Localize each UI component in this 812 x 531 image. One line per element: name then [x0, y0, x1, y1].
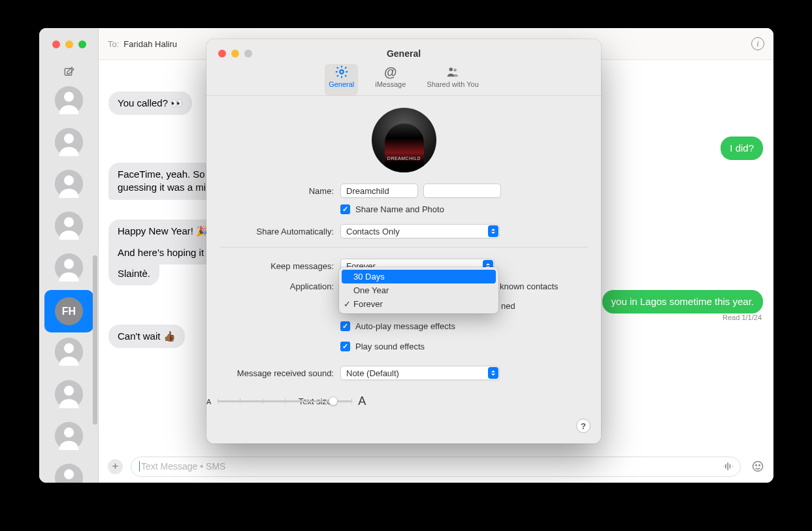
sidebar-scrollbar[interactable] [93, 255, 97, 425]
tab-shared[interactable]: Shared with You [423, 64, 483, 95]
checkbox-icon: ✓ [340, 204, 350, 214]
tab-imessage[interactable]: @ iMessage [371, 64, 410, 95]
svg-point-12 [64, 344, 74, 353]
checkbox-icon: ✓ [340, 321, 350, 331]
name-row: Name: Dreamchild [206, 184, 601, 198]
keep-messages-label: Keep messages: [206, 261, 340, 271]
sound-label: Message received sound: [206, 368, 340, 378]
svg-point-24 [453, 69, 457, 72]
big-a: A [358, 394, 366, 408]
app-text-partial: known contacts [500, 282, 559, 291]
app-text-partial: ned [501, 301, 515, 311]
share-auto-row: Share Automatically: Contacts Only [206, 224, 601, 238]
contact-avatar[interactable] [55, 338, 83, 366]
svg-point-6 [64, 176, 74, 185]
recipient-name[interactable]: Faridah Haliru [123, 39, 177, 49]
first-name-input[interactable]: Dreamchild [340, 184, 418, 198]
prefs-title: General [206, 48, 601, 59]
read-receipt: Read 1/1/24 [723, 314, 762, 321]
checkbox-icon: ✓ [340, 342, 350, 351]
message-in: FaceTime, yeah. Soguessing it was a mi [108, 163, 215, 200]
shared-icon [446, 65, 460, 79]
message-in: Can't wait 👍🏾 [108, 325, 185, 348]
compose-row: + Text Message • SMS [99, 450, 773, 483]
svg-point-10 [64, 259, 74, 269]
sound-effects-row[interactable]: ✓ Play sound effects [206, 342, 425, 351]
svg-point-4 [64, 134, 74, 144]
window-controls [52, 40, 86, 48]
tab-label: Shared with You [427, 80, 479, 88]
svg-point-18 [64, 470, 74, 479]
keep-messages-dropdown: 30 Days One Year ✓Forever [339, 267, 498, 314]
to-label: To: [108, 39, 119, 49]
preferences-window: General General @ iMessage Shared with Y… [206, 39, 601, 443]
svg-point-14 [64, 386, 74, 396]
chevron-updown-icon [488, 225, 498, 237]
svg-point-20 [756, 465, 757, 466]
check-icon: ✓ [344, 299, 351, 309]
share-name-row[interactable]: ✓ Share Name and Photo [206, 204, 444, 214]
svg-point-8 [64, 217, 74, 227]
last-name-input[interactable] [423, 184, 501, 198]
tab-general[interactable]: General [325, 64, 358, 95]
help-button[interactable]: ? [576, 419, 591, 433]
sound-select[interactable]: Note (Default) [340, 366, 500, 380]
contact-initials: FH [55, 297, 83, 325]
message-out: I did? [721, 137, 763, 160]
message-in: You called? 👀 [108, 91, 192, 115]
message-in: Happy New Year! 🎉 [108, 219, 218, 243]
divider [219, 247, 588, 248]
emoji-icon[interactable] [751, 460, 764, 473]
contact-avatar[interactable] [55, 253, 83, 282]
name-label: Name: [206, 186, 340, 196]
svg-point-16 [64, 428, 74, 438]
svg-point-2 [64, 92, 74, 102]
message-out: you in Lagos sometime this year. [602, 290, 763, 314]
sound-effects-label: Play sound effects [355, 342, 425, 351]
textsize-slider[interactable]: A A [206, 394, 366, 408]
contact-avatar[interactable] [55, 86, 83, 114]
message-in: And here's hoping it [108, 241, 213, 265]
contact-avatar[interactable] [55, 212, 83, 240]
textsize-row: Text size: A A [206, 396, 601, 406]
application-label: Application: [206, 282, 340, 291]
tab-label: iMessage [375, 80, 406, 88]
info-icon[interactable]: i [751, 37, 764, 50]
svg-point-22 [340, 70, 344, 74]
gear-icon [334, 65, 349, 79]
slider-knob[interactable] [329, 396, 338, 406]
message-in: Slaintè. [108, 262, 159, 285]
svg-point-19 [753, 462, 763, 472]
profile-avatar[interactable]: DREAMCHILD [372, 108, 436, 172]
svg-point-21 [759, 465, 760, 466]
share-name-label: Share Name and Photo [355, 204, 444, 214]
minimize-button[interactable] [65, 40, 73, 48]
autoplay-label: Auto-play message effects [355, 321, 455, 331]
share-auto-select[interactable]: Contacts Only [340, 224, 500, 238]
dropdown-item-forever[interactable]: ✓Forever [339, 297, 498, 311]
tab-label: General [329, 80, 354, 88]
contact-avatar[interactable] [55, 380, 83, 408]
sidebar: FH [39, 28, 99, 483]
contact-avatar[interactable] [55, 170, 83, 198]
prefs-tabs: General @ iMessage Shared with You [206, 64, 601, 96]
contact-avatar[interactable] [55, 422, 83, 450]
dropdown-item-oneyear[interactable]: One Year [339, 283, 498, 297]
dropdown-item-30days[interactable]: 30 Days [342, 270, 496, 283]
contact-selected[interactable]: FH [44, 290, 93, 332]
waveform-icon[interactable] [722, 460, 735, 473]
message-input[interactable]: Text Message • SMS [131, 457, 741, 477]
message-placeholder: Text Message • SMS [139, 461, 225, 472]
small-a: A [206, 398, 211, 406]
contact-avatar[interactable] [55, 464, 83, 483]
sound-row: Message received sound: Note (Default) [206, 366, 601, 380]
zoom-button[interactable] [78, 40, 86, 48]
autoplay-row[interactable]: ✓ Auto-play message effects [206, 321, 455, 331]
contact-avatar[interactable] [55, 128, 83, 156]
chevron-updown-icon [488, 367, 498, 379]
compose-icon[interactable] [63, 66, 75, 78]
add-button[interactable]: + [108, 459, 123, 474]
close-button[interactable] [52, 40, 60, 48]
svg-point-23 [449, 68, 453, 72]
share-auto-label: Share Automatically: [206, 227, 340, 236]
